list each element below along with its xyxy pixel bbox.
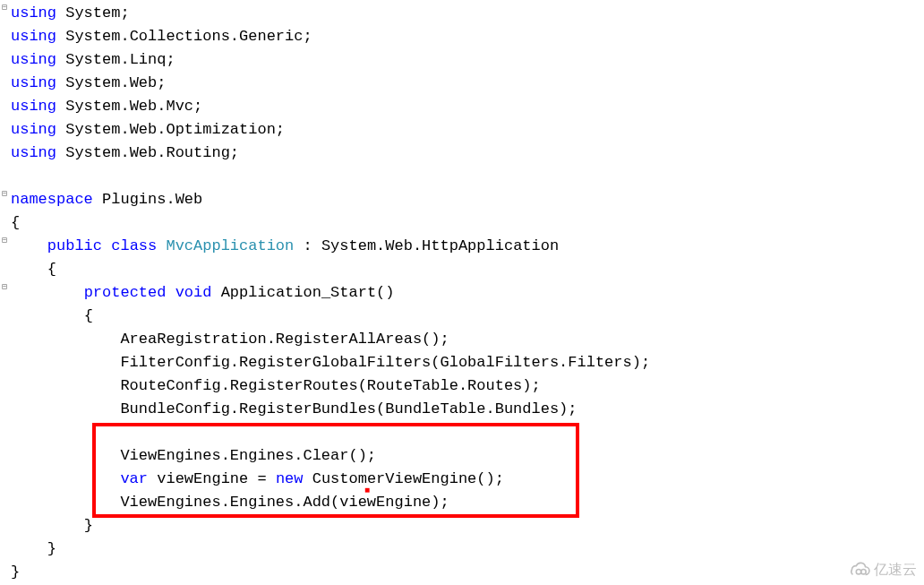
var-name: viewEngine [157,470,248,487]
code-editor[interactable]: ⊟ ⊟ ⊟ ⊟ using System; using System.Colle… [0,0,924,585]
code-line[interactable]: namespace Plugins.Web [0,188,924,211]
code-line[interactable]: { [0,258,924,281]
namespace-ref: System [65,4,120,22]
namespace-ref: System.Web.Optimization [65,121,276,138]
statement: FilterConfig.RegisterGlobalFilters(Globa… [120,354,650,371]
namespace-ref: System.Web.Routing [65,144,230,161]
keyword-namespace: namespace [11,191,93,208]
code-line[interactable]: using System.Web.Routing; [0,142,924,165]
code-line[interactable]: RouteConfig.RegisterRoutes(RouteTable.Ro… [0,374,924,398]
keyword-using: using [11,51,56,68]
statement: RouteConfig.RegisterRoutes(RouteTable.Ro… [120,377,540,394]
code-line[interactable]: using System.Web.Mvc; [0,95,924,118]
keyword-using: using [11,144,56,161]
code-line[interactable]: ViewEngines.Engines.Add(viewEngine); [0,491,924,514]
class-name: MvcApplication [166,237,294,254]
code-line[interactable]: using System.Web.Optimization; [0,118,924,142]
fold-mark[interactable]: ⊟ [0,237,9,245]
code-line[interactable]: FilterConfig.RegisterGlobalFilters(Globa… [0,351,924,374]
code-line-blank[interactable] [0,165,924,188]
code-line[interactable]: AreaRegistration.RegisterAllAreas(); [0,328,924,351]
keyword-using: using [11,121,56,138]
namespace-ref: System.Web [65,74,157,91]
statement: ViewEngines.Engines.Clear(); [120,447,376,464]
code-line[interactable]: using System.Collections.Generic; [0,25,924,48]
type-ref: CustomerViewEngine [312,470,477,487]
keyword-var: var [120,470,148,487]
keyword-using: using [11,28,56,45]
code-line[interactable]: ViewEngines.Engines.Clear(); [0,444,924,468]
code-line[interactable]: } [0,561,924,584]
code-line[interactable]: { [0,211,924,235]
keyword-void: void [175,284,212,301]
code-line[interactable]: } [0,514,924,538]
code-line[interactable]: public class MvcApplication : System.Web… [0,235,924,258]
fold-mark[interactable]: ⊟ [0,190,9,199]
method-name: Application_Start [221,284,376,301]
namespace-ref: System.Linq [65,51,166,68]
code-line[interactable]: using System; [0,2,924,25]
code-line[interactable]: using System.Linq; [0,48,924,72]
code-line[interactable]: BundleConfig.RegisterBundles(BundleTable… [0,398,924,421]
keyword-public: public [47,237,102,254]
namespace-name: Plugins.Web [102,191,202,208]
code-line[interactable]: var viewEngine = new CustomerViewEngine(… [0,468,924,491]
fold-mark[interactable]: ⊟ [0,4,9,13]
namespace-ref: System.Collections.Generic [65,28,303,45]
fold-mark[interactable]: ⊟ [0,283,9,292]
code-line-blank[interactable] [0,421,924,444]
cursor-marker-icon: ■ [364,477,371,503]
statement: BundleConfig.RegisterBundles(BundleTable… [120,400,577,417]
base-class: System.Web.HttpApplication [321,237,559,254]
keyword-class: class [111,237,157,254]
code-line[interactable]: { [0,305,924,328]
keyword-protected: protected [84,284,167,301]
code-line[interactable]: protected void Application_Start() [0,281,924,305]
keyword-using: using [11,98,56,115]
keyword-using: using [11,74,56,91]
keyword-new: new [276,470,304,487]
code-line[interactable]: using System.Web; [0,72,924,95]
fold-gutter: ⊟ ⊟ ⊟ ⊟ [0,0,11,585]
code-line[interactable]: } [0,538,924,561]
keyword-using: using [11,4,56,22]
namespace-ref: System.Web.Mvc [65,98,193,115]
statement: AreaRegistration.RegisterAllAreas(); [120,331,449,348]
statement: ViewEngines.Engines.Add(viewEngine); [120,494,449,511]
